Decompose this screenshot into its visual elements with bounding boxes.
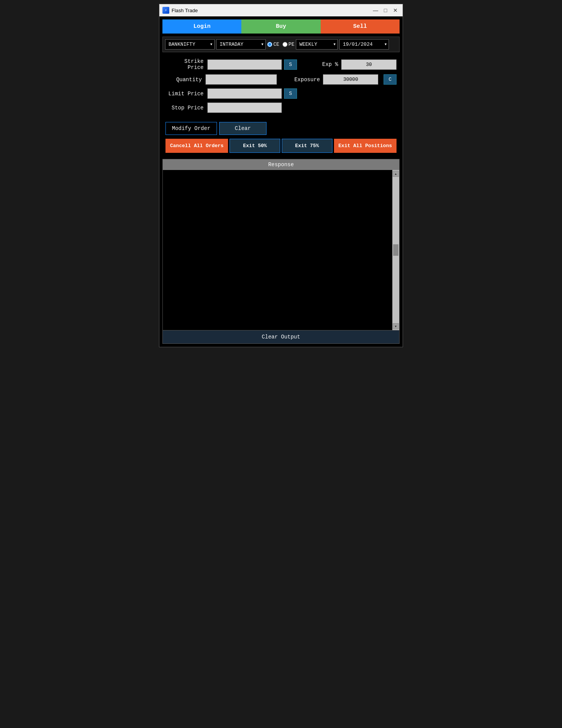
ce-radio-label[interactable]: CE [267, 42, 279, 47]
response-header: Response [163, 159, 399, 170]
limit-price-input[interactable] [207, 88, 282, 99]
cancel-all-orders-button[interactable]: Cancell All Orders [165, 139, 228, 153]
response-section: Response ▲ ▼ [162, 159, 400, 330]
pe-label: PE [289, 42, 295, 47]
option-type-group: CE PE [267, 42, 294, 47]
clear-output-row: Clear Output [162, 330, 400, 344]
date-wrapper: 19/01/2024 [339, 39, 389, 50]
controls-row: BANKNIFTY NIFTY FINNIFTY INTRADAY DELIVE… [162, 37, 400, 52]
title-bar: ⚡ Flash Trade — □ ✕ [159, 4, 403, 16]
exit-75-button[interactable]: Exit 75% [282, 139, 332, 153]
strike-price-row: Strike Price S Exp % [165, 58, 397, 71]
scroll-thumb[interactable] [393, 244, 398, 256]
login-button[interactable]: Login [162, 19, 241, 34]
title-bar-controls: — □ ✕ [371, 6, 400, 14]
minimize-button[interactable]: — [371, 6, 380, 14]
clear-output-button[interactable]: Clear Output [166, 334, 396, 340]
expiry-wrapper: WEEKLY MONTHLY [296, 39, 338, 50]
exp-pct-section: Exp % [322, 59, 397, 70]
clear-button[interactable]: Clear [219, 122, 267, 135]
maximize-button[interactable]: □ [381, 6, 390, 14]
expiry-select[interactable]: WEEKLY MONTHLY [296, 39, 338, 50]
sell-button[interactable]: Sell [321, 19, 400, 34]
symbol-wrapper: BANKNIFTY NIFTY FINNIFTY [165, 39, 215, 50]
app-icon: ⚡ [162, 7, 169, 14]
scroll-up-arrow[interactable]: ▲ [393, 171, 399, 177]
quantity-input[interactable] [206, 74, 277, 85]
top-buttons-row: Login Buy Sell [162, 19, 400, 34]
pe-radio-label[interactable]: PE [283, 42, 295, 47]
action-row: Modify Order Clear [165, 122, 397, 135]
close-button[interactable]: ✕ [391, 6, 400, 14]
date-select[interactable]: 19/01/2024 [339, 39, 389, 50]
exp-pct-input[interactable] [341, 59, 397, 70]
title-bar-left: ⚡ Flash Trade [162, 7, 198, 14]
form-grid: Strike Price S Exp % Quantity Exposure [162, 57, 400, 118]
strike-price-input[interactable] [207, 59, 282, 70]
response-body-wrapper: ▲ ▼ [163, 170, 399, 330]
strike-price-label: Strike Price [165, 58, 204, 71]
modify-order-button[interactable]: Modify Order [165, 122, 217, 135]
exit-50-button[interactable]: Exit 50% [230, 139, 280, 153]
symbol-select[interactable]: BANKNIFTY NIFTY FINNIFTY [165, 39, 215, 50]
ce-label: CE [273, 42, 279, 47]
stop-price-input[interactable] [207, 103, 282, 113]
limit-price-row: Limit Price S [165, 88, 397, 99]
trade-type-wrapper: INTRADAY DELIVERY [216, 39, 266, 50]
pe-radio[interactable] [283, 42, 287, 47]
scroll-down-arrow[interactable]: ▼ [393, 323, 399, 329]
exposure-section: Exposure C [294, 74, 397, 85]
exp-pct-label: Exp % [322, 61, 338, 67]
stop-price-label: Stop Price [165, 105, 204, 111]
window-title: Flash Trade [172, 8, 198, 13]
response-body [163, 170, 392, 330]
quantity-label: Quantity [165, 77, 202, 83]
buy-button[interactable]: Buy [241, 19, 320, 34]
exposure-input[interactable] [323, 74, 378, 85]
strike-price-s-button[interactable]: S [284, 59, 297, 70]
exposure-label: Exposure [294, 77, 320, 83]
exit-all-positions-button[interactable]: Exit All Positions [334, 139, 397, 153]
limit-price-s-button[interactable]: S [284, 88, 297, 99]
main-content: Login Buy Sell BANKNIFTY NIFTY FINNIFTY … [159, 16, 403, 159]
quantity-row: Quantity Exposure C [165, 74, 397, 85]
stop-price-row: Stop Price [165, 103, 397, 113]
limit-price-label: Limit Price [165, 91, 204, 97]
main-window: ⚡ Flash Trade — □ ✕ Login Buy Sell BANKN… [159, 4, 403, 347]
ce-radio[interactable] [267, 42, 272, 47]
response-scrollbar[interactable]: ▲ ▼ [392, 170, 399, 330]
trade-type-select[interactable]: INTRADAY DELIVERY [216, 39, 266, 50]
bottom-actions: Cancell All Orders Exit 50% Exit 75% Exi… [165, 139, 397, 153]
exposure-c-button[interactable]: C [384, 74, 397, 85]
